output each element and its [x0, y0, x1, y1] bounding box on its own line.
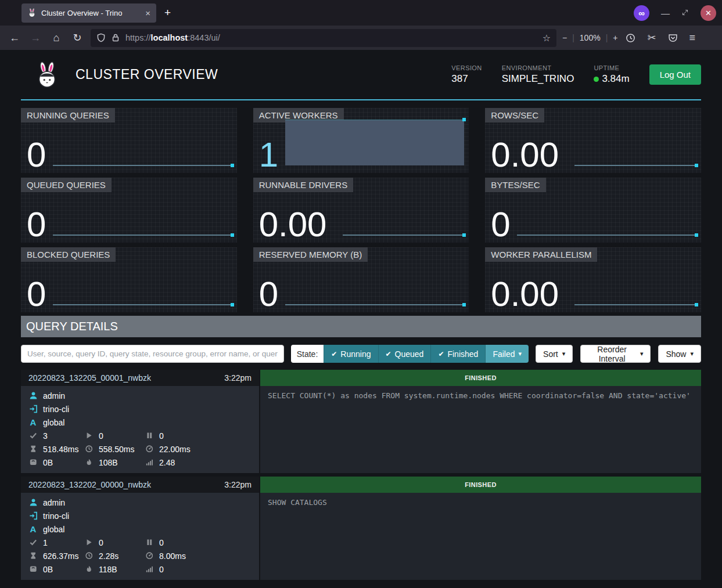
sparkline-marker [231, 233, 234, 237]
query-source: trino-cli [43, 511, 69, 521]
sparkline-marker [462, 118, 466, 121]
query-search-input[interactable] [21, 345, 284, 363]
show-dropdown[interactable]: Show▾ [658, 345, 701, 363]
lock-icon[interactable] [111, 33, 120, 42]
history-icon[interactable] [626, 33, 635, 43]
running-splits-play-icon [84, 432, 94, 439]
bookmark-star-icon[interactable]: ☆ [543, 33, 551, 44]
resource-group-font-icon: A [28, 417, 38, 427]
sparkline [53, 165, 232, 166]
stat-card-active-workers: ACTIVE WORKERS 1 [253, 108, 469, 173]
chevron-down-icon: ▾ [690, 351, 694, 357]
forward-button[interactable]: → [28, 32, 43, 44]
private-browsing-icon: ∞ [634, 5, 649, 21]
elapsed-time-clock-icon [84, 552, 94, 560]
cpu-time-gauge-icon [145, 552, 154, 560]
filter-queued-button[interactable]: ✔Queued [378, 345, 431, 363]
stat-value: 0 [27, 276, 46, 312]
stat-card-running-queries: RUNNING QUERIES 0 [21, 108, 237, 173]
wall-time-hourglass-icon [28, 552, 38, 560]
query-id-link[interactable]: 20220823_132205_00001_nwbzk [28, 373, 151, 383]
cumulative-memory-fire-icon [84, 565, 94, 573]
stat-value: 0 [27, 206, 46, 243]
cumulative-memory-fire-icon [84, 459, 94, 466]
trino-bunny-logo-icon [21, 61, 76, 89]
cpu-time-gauge-icon [145, 445, 154, 453]
source-login-icon [28, 511, 38, 520]
query-user: admin [43, 391, 65, 401]
query-row: 20220823_132202_00000_nwbzk 3:22pm admin… [21, 477, 701, 580]
sparkline [285, 304, 465, 305]
sparkline [574, 165, 696, 166]
stat-cards-grid: RUNNING QUERIES 0 ACTIVE WORKERS 1 ROWS/… [21, 108, 701, 312]
filter-running-button[interactable]: ✔Running [324, 345, 378, 363]
query-resource-group: global [43, 525, 64, 534]
stat-value: 0 [27, 136, 46, 173]
reorder-interval-dropdown[interactable]: Reorder Interval▾ [580, 345, 651, 363]
sort-dropdown[interactable]: Sort▾ [536, 345, 573, 363]
query-state-badge: FINISHED [260, 370, 701, 386]
browser-tab[interactable]: Cluster Overview - Trino × [21, 3, 156, 23]
logout-button[interactable]: Log Out [649, 64, 701, 85]
filter-finished-button[interactable]: ✔Finished [430, 345, 485, 363]
divider: | [606, 33, 608, 42]
screenshot-scissors-icon[interactable]: ✂ [647, 31, 656, 44]
check-icon: ✔ [331, 350, 337, 358]
queued-splits-pause-icon [145, 432, 154, 439]
query-details-toolbar: State: ✔Running ✔Queued ✔Finished Failed… [21, 345, 701, 363]
sparkline [574, 304, 696, 305]
close-window-button[interactable]: ✕ [701, 5, 716, 21]
elapsed-time-clock-icon [84, 445, 94, 453]
tracking-shield-icon[interactable] [96, 33, 106, 42]
completed-splits-check-icon [28, 539, 38, 546]
filter-failed-dropdown[interactable]: Failed▾ [485, 345, 529, 363]
sparkline-marker [231, 303, 234, 306]
active-workers-link[interactable]: 1 [259, 136, 278, 173]
uptime-stat: UPTIME 3.84m [594, 64, 629, 85]
stat-value: 0.00 [491, 136, 559, 173]
sparkline [53, 235, 232, 236]
sparkline [285, 120, 465, 165]
query-sql-text: SELECT COUNT(*) as nodes FROM system.run… [260, 386, 701, 473]
pocket-icon[interactable] [668, 33, 678, 43]
stat-value: 0.00 [491, 276, 559, 312]
query-details-header: QUERY DETAILS [21, 316, 701, 337]
minimize-button[interactable]: — [661, 8, 670, 18]
query-id-link[interactable]: 20220823_132202_00000_nwbzk [28, 480, 151, 489]
menu-hamburger-icon[interactable]: ≡ [689, 32, 696, 44]
query-resource-group: global [43, 418, 64, 427]
back-button[interactable]: ← [7, 32, 22, 44]
stat-value: 0 [259, 276, 278, 312]
trino-ui-page: CLUSTER OVERVIEW VERSION 387 ENVIRONMENT… [0, 50, 722, 588]
query-source: trino-cli [43, 405, 69, 414]
zoom-in-button[interactable]: + [613, 33, 617, 42]
stat-value: 0 [491, 206, 510, 243]
tab-close-icon[interactable]: × [145, 8, 150, 18]
reload-button[interactable]: ↻ [70, 31, 85, 44]
sparkline-marker [462, 303, 466, 306]
query-state-badge: FINISHED [260, 477, 701, 493]
new-tab-button[interactable]: + [164, 6, 171, 19]
stat-card-worker-parallelism: WORKER PARALLELISM 0.00 [485, 247, 701, 312]
sparkline-marker [231, 164, 234, 167]
check-icon: ✔ [386, 350, 391, 358]
queued-splits-pause-icon [145, 539, 154, 546]
user-icon [28, 498, 38, 507]
sparkline-marker [695, 303, 698, 306]
browser-window: Cluster Overview - Trino × + ∞ — ✕ ← → ⌂… [0, 0, 722, 588]
query-time: 3:22pm [224, 373, 252, 383]
zoom-out-button[interactable]: − [562, 33, 567, 42]
url-text: https://localhost:8443/ui/ [125, 33, 537, 42]
sparkline-marker [462, 233, 466, 237]
sparkline [517, 235, 696, 236]
zoom-level[interactable]: 100% [580, 33, 601, 42]
url-bar[interactable]: https://localhost:8443/ui/ ☆ [91, 29, 556, 47]
memory-scale-icon [28, 459, 38, 466]
query-user: admin [43, 498, 65, 507]
sparkline [343, 235, 465, 236]
stat-card-queued-queries: QUEUED QUERIES 0 [21, 178, 237, 243]
memory-scale-icon [28, 565, 38, 573]
restore-window-button[interactable] [681, 8, 689, 18]
home-button[interactable]: ⌂ [49, 32, 64, 44]
parallelism-equalizer-icon [145, 565, 154, 573]
